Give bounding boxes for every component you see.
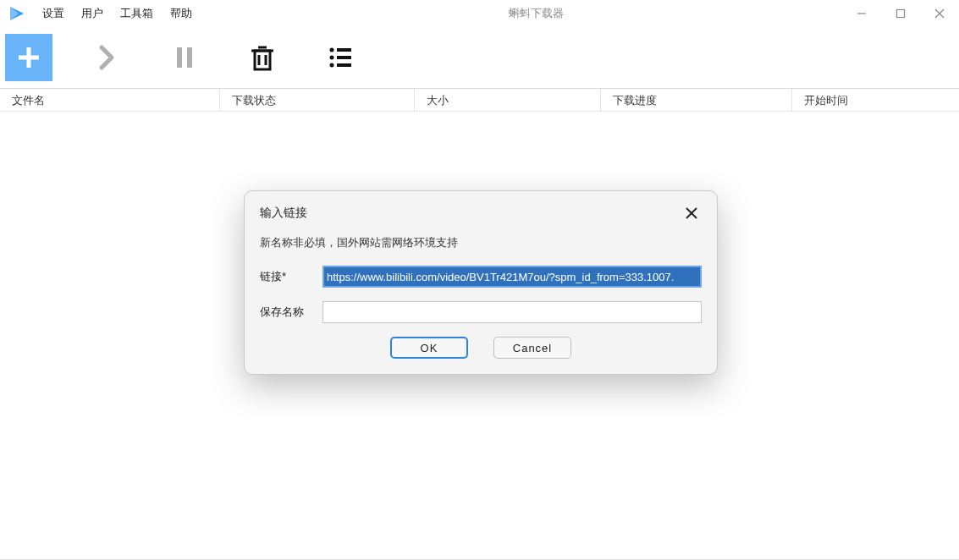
close-icon — [685, 206, 698, 220]
dialog-hint: 新名称非必填，国外网站需网络环境支持 — [260, 235, 702, 250]
link-input[interactable] — [322, 266, 702, 288]
input-link-dialog: 输入链接 新名称非必填，国外网站需网络环境支持 链接* 保存名称 OK Canc… — [244, 190, 718, 375]
ok-button[interactable]: OK — [390, 337, 468, 359]
cancel-button[interactable]: Cancel — [493, 337, 571, 359]
name-label: 保存名称 — [260, 305, 311, 320]
dialog-close-button[interactable] — [681, 203, 702, 223]
link-label: 链接* — [260, 269, 311, 284]
name-input[interactable] — [322, 301, 702, 323]
dialog-title: 输入链接 — [260, 206, 307, 221]
modal-backdrop: 输入链接 新名称非必填，国外网站需网络环境支持 链接* 保存名称 OK Canc… — [0, 0, 959, 560]
